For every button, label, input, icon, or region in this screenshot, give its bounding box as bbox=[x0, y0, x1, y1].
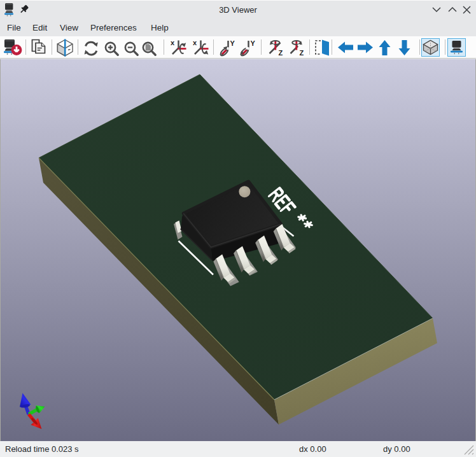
svg-text:Y: Y bbox=[251, 39, 256, 47]
svg-text:x: x bbox=[193, 39, 197, 46]
svg-text:x: x bbox=[171, 39, 175, 46]
svg-text:Z: Z bbox=[300, 49, 304, 57]
svg-text:Y: Y bbox=[230, 39, 235, 47]
svg-text:Z: Z bbox=[279, 49, 283, 57]
